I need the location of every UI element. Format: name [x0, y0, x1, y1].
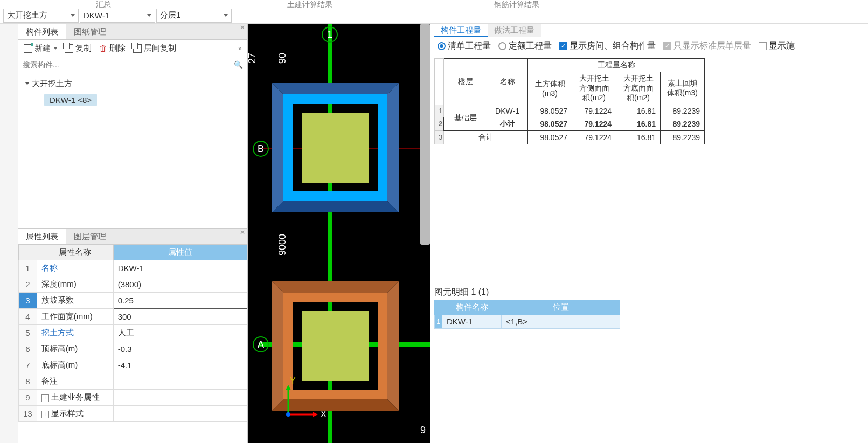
qty-h-name: 名称	[487, 59, 528, 105]
component-list-section: ✕ 构件列表 图纸管理 新建 复制 🗑删除 层间复制 » 🔍 大开挖	[18, 24, 247, 229]
search-icon[interactable]: 🔍	[234, 60, 243, 69]
prop-value[interactable]: -4.1	[113, 357, 247, 373]
svg-text:9000: 9000	[277, 234, 288, 255]
radio-list-qty[interactable]	[438, 42, 446, 50]
svg-text:90: 90	[277, 53, 288, 64]
left-panel: ✕ 构件列表 图纸管理 新建 复制 🗑删除 层间复制 » 🔍 大开挖	[0, 24, 248, 443]
prop-value[interactable]: -0.3	[113, 341, 247, 357]
row-num[interactable]: 1	[19, 260, 37, 276]
qty-cell: 合计	[444, 131, 528, 144]
properties-section: ✕ 属性列表 图层管理 属性名称 属性值 1 名称 DKW-12 深度(mm) …	[18, 229, 247, 443]
tab-property-list[interactable]: 属性列表	[18, 229, 66, 244]
dropdown-category[interactable]: 大开挖土方	[3, 9, 79, 23]
tab-component-qty[interactable]: 构件工程量	[434, 24, 488, 37]
expand-icon	[25, 82, 30, 85]
svg-point-32	[286, 412, 290, 417]
prop-header-value: 属性值	[113, 245, 247, 260]
svg-text:1: 1	[327, 29, 332, 40]
drawing-canvas[interactable]: 1 B A 90 27 9000 9	[248, 24, 430, 443]
prop-value[interactable]: 300	[113, 309, 247, 325]
qty-h-c3: 大开挖土方底面面积(m2)	[616, 72, 661, 105]
row-num[interactable]: 2	[19, 276, 37, 293]
prop-name[interactable]: +土建业务属性	[37, 390, 113, 406]
tree-child[interactable]: DKW-1 <8>	[44, 94, 97, 106]
dropdown-layer[interactable]: 分层1	[156, 9, 232, 23]
row-num[interactable]: 8	[19, 373, 37, 390]
row-num[interactable]: 4	[19, 309, 37, 325]
prop-value[interactable]: 人工	[113, 325, 247, 341]
qty-h-floor: 楼层	[444, 59, 487, 105]
tab-method-qty[interactable]: 做法工程量	[488, 24, 541, 37]
svg-rect-25	[302, 311, 369, 381]
close-icon[interactable]: ✕	[240, 229, 245, 236]
canvas-svg: 1 B A 90 27 9000 9	[248, 24, 430, 443]
prop-name[interactable]: +显示样式	[37, 406, 113, 422]
search-input[interactable]	[23, 60, 234, 69]
svg-text:A: A	[258, 339, 264, 350]
prop-value[interactable]	[113, 373, 247, 390]
prop-value[interactable]: DKW-1	[113, 260, 247, 276]
details-h-name: 构件名称	[442, 301, 502, 315]
row-num[interactable]: 13	[19, 406, 37, 422]
qty-h-qtyname: 工程量名称	[528, 59, 705, 72]
more-icon[interactable]: »	[235, 45, 245, 52]
new-icon	[24, 44, 32, 53]
tab-layer-mgmt[interactable]: 图层管理	[66, 229, 114, 244]
prop-value[interactable]: 0.25	[113, 293, 247, 309]
prop-name: 名称	[37, 260, 113, 276]
svg-text:27: 27	[248, 53, 258, 64]
tree-root[interactable]: 大开挖土方	[26, 77, 247, 91]
prop-name: 深度(mm)	[37, 276, 113, 293]
prop-name: 底标高(m)	[37, 357, 113, 373]
nav-rebar[interactable]: 钢筋计算结果	[413, 0, 620, 8]
radio-quota-qty[interactable]	[498, 42, 506, 50]
dropdown-row: 大开挖土方 DKW-1 分层1	[0, 8, 868, 24]
svg-text:X: X	[321, 410, 327, 419]
row-num[interactable]: 7	[19, 357, 37, 373]
prop-name: 挖土方式	[37, 325, 113, 341]
row-num[interactable]: 3	[19, 293, 37, 309]
prop-value[interactable]	[113, 406, 247, 422]
delete-button[interactable]: 🗑删除	[96, 42, 129, 54]
dropdown-component[interactable]: DKW-1	[80, 9, 155, 23]
qty-h-c2: 大开挖土方侧面面积(m2)	[572, 72, 616, 105]
layer-copy-icon	[133, 44, 142, 53]
properties-table: 属性名称 属性值 1 名称 DKW-12 深度(mm) (3800)3 放坡系数…	[18, 245, 247, 422]
new-button[interactable]: 新建	[20, 42, 60, 54]
row-num[interactable]: 6	[19, 341, 37, 357]
close-icon[interactable]: ✕	[240, 24, 245, 31]
qty-floor: 基础层	[444, 105, 487, 131]
svg-rect-19	[302, 113, 369, 183]
prop-name: 备注	[37, 373, 113, 390]
delete-icon: 🗑	[99, 44, 107, 53]
prop-name: 顶标高(m)	[37, 341, 113, 357]
copy-button[interactable]: 复制	[61, 42, 95, 54]
nav-summary[interactable]: 汇总	[0, 0, 207, 8]
tab-component-list[interactable]: 构件列表	[18, 24, 66, 39]
details-label: 图元明细 1 (1)	[434, 285, 868, 300]
detail-pos[interactable]: <1,B>	[502, 315, 620, 329]
detail-name[interactable]: DKW-1	[442, 315, 502, 329]
qty-name: 小计	[487, 117, 528, 131]
copy-icon	[65, 44, 73, 53]
nav-civil[interactable]: 土建计算结果	[207, 0, 414, 8]
quantity-table: 楼层 名称 工程量名称 土方体积(m3) 大开挖土方侧面面积(m2) 大开挖土方…	[434, 58, 705, 144]
layer-copy-button[interactable]: 层间复制	[130, 42, 179, 54]
chevron-down-icon	[71, 14, 75, 17]
prop-value[interactable]: (3800)	[113, 276, 247, 293]
scrollbar[interactable]	[420, 24, 430, 245]
tab-drawing-mgmt[interactable]: 图纸管理	[66, 24, 114, 39]
check-show-room[interactable]: ✓	[559, 42, 567, 50]
prop-header-name: 属性名称	[37, 245, 113, 260]
check-show-single[interactable]: ✓	[663, 42, 671, 50]
chevron-down-icon	[224, 14, 228, 17]
row-num[interactable]: 5	[19, 325, 37, 341]
qty-h-c4: 素土回填体积(m3)	[661, 72, 705, 105]
svg-text:9: 9	[420, 425, 426, 435]
resize-handle[interactable]	[18, 225, 247, 228]
qty-name: DKW-1	[487, 105, 528, 117]
check-show-other[interactable]	[759, 42, 767, 50]
prop-value[interactable]	[113, 390, 247, 406]
row-num[interactable]: 9	[19, 390, 37, 406]
chevron-down-icon	[147, 14, 151, 17]
